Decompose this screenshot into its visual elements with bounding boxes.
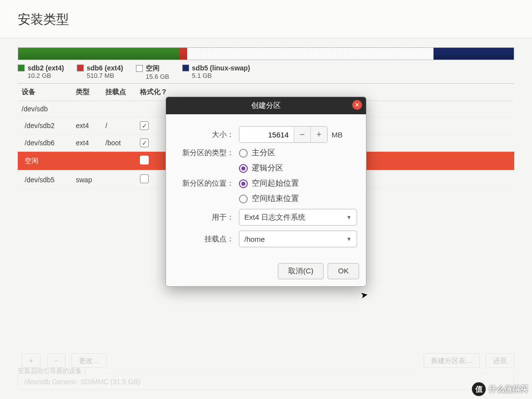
cursor-icon: ➤ — [360, 289, 369, 301]
plus-icon[interactable]: + — [310, 127, 327, 142]
format-checkbox[interactable] — [140, 174, 149, 183]
dialog-title: 创建分区 ✕ — [166, 97, 366, 114]
radio-end[interactable] — [239, 195, 248, 203]
format-checkbox[interactable] — [140, 121, 149, 130]
create-partition-dialog: 创建分区 ✕ 大小： − + MB 新分区的类型： 主分区 — [166, 97, 366, 287]
mountpoint-select[interactable]: /home▼ — [239, 231, 357, 247]
page-header: 安装类型 — [0, 0, 532, 38]
close-icon[interactable]: ✕ — [352, 100, 362, 110]
toolbar: + − 更改… 新建分区表… 还原 — [18, 356, 514, 366]
radio-primary[interactable] — [239, 149, 248, 158]
minus-icon[interactable]: − — [294, 127, 310, 142]
format-checkbox[interactable] — [140, 156, 149, 165]
bootloader-select[interactable]: /dev/sdb Generic- SD/MMC (31.5 GB) — [18, 373, 514, 390]
format-checkbox[interactable] — [140, 138, 149, 147]
change-button[interactable]: 更改… — [71, 353, 107, 368]
disk-usage-bar — [18, 47, 514, 60]
watermark: 值 什么值得买 — [472, 382, 528, 396]
chevron-down-icon: ▼ — [346, 236, 352, 242]
radio-logical[interactable] — [239, 164, 248, 173]
remove-button[interactable]: − — [47, 353, 66, 368]
filesystem-select[interactable]: Ext4 日志文件系统▼ — [239, 209, 357, 226]
chevron-down-icon: ▼ — [346, 214, 352, 220]
size-input[interactable]: − + — [239, 126, 328, 143]
revert-button[interactable]: 还原 — [486, 353, 514, 368]
new-table-button[interactable]: 新建分区表… — [424, 353, 480, 368]
radio-begin[interactable] — [239, 179, 248, 188]
page-title: 安装类型 — [18, 11, 514, 28]
partition-legend: sdb2 (ext4) 10.2 GB sdb6 (ext4) 510.7 MB… — [18, 64, 514, 80]
add-button[interactable]: + — [22, 353, 40, 368]
ok-button[interactable]: OK — [328, 263, 359, 279]
cancel-button[interactable]: 取消(C) — [278, 263, 324, 279]
